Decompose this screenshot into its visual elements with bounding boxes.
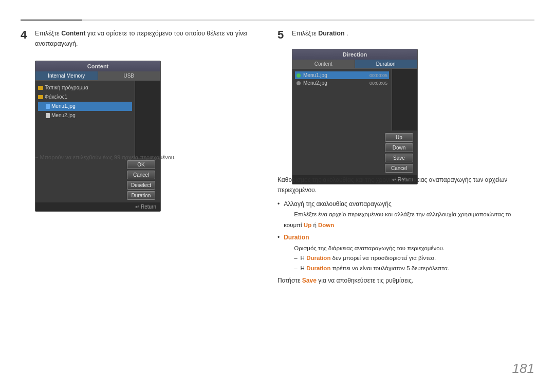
tab-internal-memory[interactable]: Internal Memory [35,71,98,80]
step5-text1: Επιλέξτε [292,30,317,37]
direction-tabs: Content Duration [292,60,417,69]
tab-usb[interactable]: USB [98,71,161,80]
dash1-text: Η Duration δεν μπορεί να προσδιοριστεί γ… [301,253,436,264]
content-dialog-body: Τοπική πρόγραμμα Φάκελος1 Menu1.jpg Menu… [35,81,160,158]
status-dot-1 [297,81,301,85]
deselect-button[interactable]: Deselect [127,181,155,190]
content-dialog: Content Internal Memory USB Τοπική πρόγρ… [35,61,161,212]
step4-number: 4 [21,28,27,42]
step5-number: 5 [278,28,284,42]
step5-text: Επιλέξτε Duration . [292,28,529,39]
bullet-item-2: • Duration Ορισμός της διάρκειας αναπαρα… [278,232,529,273]
step4-section: 4 Επιλέξτε Content για να ορίσετε το περ… [21,28,262,49]
dash2-text: Η Duration πρέπει να είναι τουλάχιστον 5… [301,264,449,274]
tree-folder2-label: Φάκελος1 [45,92,67,102]
down-button[interactable]: Down [385,143,413,152]
step4-text: Επιλέξτε Content για να ορίσετε το περιε… [35,28,262,49]
return-icon: ↩ [135,204,139,210]
dir-file-0: Menu1.jpg [303,72,327,78]
direction-body: Menu1.jpg 00:00:05 Menu2.jpg 00:00:05 [292,69,417,130]
tree-file1-label: Menu1.jpg [51,102,76,111]
save-text: Πατήστε Save για να αποθηκεύσετε τις ρυθ… [278,275,529,286]
bullet-dot-2: • [278,232,280,273]
duration-button[interactable]: Duration [127,191,155,200]
content-footer-label: Return [141,204,156,210]
dir-cancel-button[interactable]: Cancel [385,164,413,173]
file-icon-2 [46,113,50,118]
dir-row-1[interactable]: Menu2.jpg 00:00:05 [295,79,389,87]
direction-dialog-title: Direction [292,49,417,60]
tree-item-folder1[interactable]: Τοπική πρόγραμμα [38,83,132,92]
bullet1-sub: Επιλέξτε ένα αρχείο περιεχομένου και αλλ… [284,211,511,228]
dir-file-1: Menu2.jpg [303,80,327,86]
content-dialog-buttons: OK Cancel Deselect Duration [35,158,160,202]
folder-icon-2 [38,95,43,99]
page-number: 181 [512,361,534,377]
step4-text3: αναπαραγωγή. [35,40,78,47]
direction-preview [392,69,417,130]
direction-list: Menu1.jpg 00:00:05 Menu2.jpg 00:00:05 [292,69,392,130]
status-dot-0 [297,73,301,78]
direction-dialog: Direction Content Duration Menu1.jpg 00:… [292,49,418,184]
note-line: − Μπορούν να επιλεχθούν έως 99 αρχεία πε… [35,154,176,160]
dir-time-1: 00:00:05 [369,81,387,86]
dir-time-0: 00:00:05 [369,73,387,78]
bullet2-label: Duration [284,234,309,241]
bullet-item-1: • Αλλαγή της ακολουθίας αναπαραγωγής Επι… [278,199,529,230]
ok-button[interactable]: OK [127,160,155,169]
tree-file2-label: Menu2.jpg [51,111,76,120]
step5-bold1: Duration [318,30,344,37]
body-intro2: περιεχομένου. [278,186,317,194]
dash2-bold: Duration [306,265,330,271]
tree-item-folder2[interactable]: Φάκελος1 [38,92,132,102]
step4-bold1: Content [61,30,85,37]
save-button[interactable]: Save [385,154,413,162]
bullet-dot-1: • [278,199,280,230]
content-preview [135,81,160,158]
dash-symbol-2: – [294,264,297,274]
content-dialog-tabs: Internal Memory USB [35,71,160,81]
dash-item-2: – Η Duration πρέπει να είναι τουλάχιστον… [294,264,449,274]
dash-item-1: – Η Duration δεν μπορεί να προσδιοριστεί… [294,253,449,264]
tree-item-file1[interactable]: Menu1.jpg [38,102,132,111]
step4-text2: για να ορίσετε το περιεχόμενο του οποίου… [87,30,247,37]
content-tree: Τοπική πρόγραμμα Φάκελος1 Menu1.jpg Menu… [35,81,135,158]
dash1-bold: Duration [306,255,330,261]
up-label: Up [304,222,311,228]
rule-light [82,20,534,21]
dir-row-0[interactable]: Menu1.jpg 00:00:05 [295,71,389,79]
up-button[interactable]: Up [385,133,413,142]
file-icon-1 [46,104,50,109]
bullet1-text: Αλλαγή της ακολουθίας αναπαραγωγής [284,200,392,208]
rule-dark [21,20,82,21]
dir-tab-content[interactable]: Content [292,60,355,68]
dir-tab-duration[interactable]: Duration [355,60,418,68]
tree-item-file2[interactable]: Menu2.jpg [38,111,132,120]
body-text: Καθορισμός της ακολουθίας και της χρονικ… [278,175,529,289]
content-dialog-title: Content [35,61,160,71]
dash-symbol-1: – [294,253,297,264]
tree-folder1-label: Τοπική πρόγραμμα [45,83,88,92]
step5-section: 5 Επιλέξτε Duration . [278,28,529,39]
body-intro: Καθορισμός της ακολουθίας και της χρονικ… [278,176,507,183]
cancel-button[interactable]: Cancel [127,171,155,179]
step4-text1: Επιλέξτε [35,30,60,37]
folder-icon-1 [38,86,43,90]
down-label: Down [318,222,334,228]
top-rules [21,20,534,21]
save-label: Save [302,277,317,284]
step5-text2: . [346,30,348,37]
content-dialog-footer: ↩ Return [35,202,160,211]
bullet2-desc: Ορισμός της διάρκειας αναπαραγωγής του π… [294,245,445,251]
direction-buttons: Up Down Save Cancel [292,130,417,175]
